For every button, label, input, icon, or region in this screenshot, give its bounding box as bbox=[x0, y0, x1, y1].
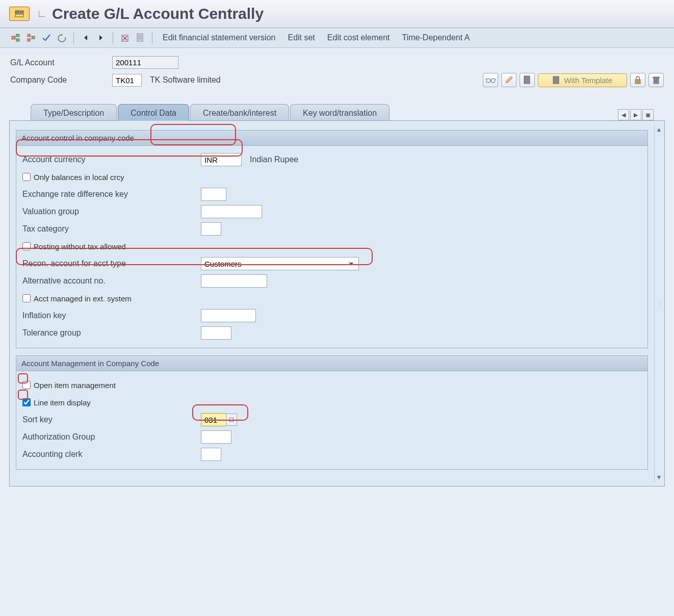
company-code-input[interactable] bbox=[112, 74, 142, 87]
svg-point-12 bbox=[491, 79, 495, 83]
scroll-grip-icon[interactable]: :: bbox=[659, 301, 660, 306]
gl-account-input[interactable] bbox=[112, 56, 178, 69]
recon-account-label: Recon. account for acct type bbox=[22, 259, 201, 268]
svg-rect-5 bbox=[16, 39, 19, 41]
recon-account-select[interactable]: Customers bbox=[201, 257, 359, 270]
tab-scroll-left-icon[interactable]: ◀ bbox=[618, 109, 629, 120]
tabs-row: Type/Description Control Data Create/ban… bbox=[0, 95, 674, 120]
auth-group-input[interactable] bbox=[201, 430, 231, 444]
glasses-icon[interactable] bbox=[483, 73, 498, 87]
tree2-icon[interactable] bbox=[24, 32, 38, 44]
menu-edit-fin-stmt[interactable]: Edit financial statement version bbox=[158, 31, 280, 44]
section-account-management-title: Account Management in Company Code bbox=[16, 356, 647, 371]
open-item-checkbox[interactable] bbox=[22, 381, 31, 389]
company-code-desc: TK Software limited bbox=[150, 75, 221, 85]
toolbar-separator bbox=[152, 32, 152, 43]
tab-control-data[interactable]: Control Data bbox=[118, 104, 189, 121]
gl-account-label: G/L Account bbox=[10, 58, 107, 67]
inflation-key-label: Inflation key bbox=[22, 311, 201, 320]
valuation-group-input[interactable] bbox=[201, 205, 262, 218]
auth-group-label: Authorization Group bbox=[22, 432, 201, 442]
svg-rect-6 bbox=[28, 34, 30, 37]
sort-key-f4-icon[interactable]: ☐ bbox=[226, 414, 237, 426]
tab-list-icon[interactable]: ▣ bbox=[642, 109, 654, 120]
alternative-account-input[interactable] bbox=[201, 274, 267, 288]
svg-rect-8 bbox=[32, 36, 35, 39]
tolerance-group-label: Tolerance group bbox=[22, 328, 201, 338]
svg-rect-15 bbox=[635, 80, 640, 84]
header-area: G/L Account Company Code TK Software lim… bbox=[0, 48, 674, 95]
next-icon[interactable] bbox=[94, 32, 108, 44]
scroll-bar[interactable]: ▲ :: ▼ bbox=[654, 124, 663, 483]
account-currency-label: Account currency bbox=[22, 155, 201, 164]
svg-rect-0 bbox=[15, 11, 19, 13]
section-account-management: Account Management in Company Code Open … bbox=[16, 355, 648, 470]
tab-scroll-right-icon[interactable]: ▶ bbox=[630, 109, 641, 120]
svg-rect-2 bbox=[15, 14, 23, 17]
with-template-label: With Template bbox=[564, 76, 612, 85]
toolbar: Edit financial statement version Edit se… bbox=[0, 28, 674, 48]
menu-edit-set[interactable]: Edit set bbox=[282, 31, 320, 44]
alternative-account-label: Alternative account no. bbox=[22, 276, 201, 286]
toolbar-separator bbox=[113, 32, 113, 43]
exchange-rate-label: Exchange rate difference key bbox=[22, 190, 201, 199]
title-dropdown-icon[interactable] bbox=[39, 11, 45, 17]
svg-rect-3 bbox=[12, 36, 15, 39]
svg-point-11 bbox=[486, 79, 490, 83]
lock-icon[interactable] bbox=[630, 73, 645, 87]
document-icon[interactable] bbox=[134, 32, 147, 44]
tab-body: ▲ :: ▼ Account control in company code A… bbox=[9, 120, 665, 486]
menu-edit-cost-element[interactable]: Edit cost element bbox=[322, 31, 395, 44]
open-item-label: Open item management bbox=[34, 381, 116, 390]
new-doc-icon[interactable] bbox=[520, 73, 535, 87]
acct-managed-ext-label: Acct managed in ext. system bbox=[34, 294, 132, 303]
sort-key-label: Sort key bbox=[22, 415, 201, 424]
tax-category-label: Tax category bbox=[22, 224, 201, 234]
tolerance-group-input[interactable] bbox=[201, 326, 231, 340]
back-icon[interactable] bbox=[55, 32, 68, 44]
trash-icon[interactable] bbox=[649, 73, 664, 87]
scroll-up-icon[interactable]: ▲ bbox=[656, 124, 662, 135]
tab-keyword-translation[interactable]: Key word/translation bbox=[290, 104, 390, 121]
posting-without-tax-checkbox[interactable] bbox=[22, 242, 31, 250]
title-bar: Create G/L Account Centrally bbox=[0, 0, 674, 28]
svg-rect-7 bbox=[28, 39, 30, 41]
line-item-checkbox[interactable] bbox=[22, 398, 31, 406]
svg-rect-4 bbox=[16, 34, 19, 37]
prev-icon[interactable] bbox=[79, 32, 92, 44]
checkmark-icon[interactable] bbox=[40, 32, 53, 44]
accounting-clerk-input[interactable] bbox=[201, 448, 221, 461]
page-title: Create G/L Account Centrally bbox=[52, 5, 264, 22]
sort-key-input[interactable] bbox=[201, 413, 226, 426]
transaction-icon[interactable] bbox=[9, 7, 30, 21]
trash-x-icon[interactable] bbox=[118, 32, 132, 44]
section-account-control-title: Account control in company code bbox=[16, 131, 647, 146]
accounting-clerk-label: Accounting clerk bbox=[22, 450, 201, 459]
inflation-key-input[interactable] bbox=[201, 309, 256, 322]
exchange-rate-input[interactable] bbox=[201, 188, 226, 201]
line-item-label: Line item display bbox=[34, 398, 91, 407]
only-balances-label: Only balances in local crcy bbox=[34, 173, 124, 182]
tax-category-input[interactable] bbox=[201, 222, 221, 236]
svg-rect-13 bbox=[524, 76, 530, 84]
svg-rect-17 bbox=[653, 77, 659, 78]
scroll-down-icon[interactable]: ▼ bbox=[656, 472, 662, 483]
posting-without-tax-label: Posting without tax allowed bbox=[34, 242, 126, 251]
section-account-control: Account control in company code Account … bbox=[16, 130, 648, 348]
svg-rect-14 bbox=[553, 76, 559, 84]
company-code-label: Company Code bbox=[10, 75, 107, 85]
with-template-button[interactable]: With Template bbox=[538, 73, 627, 87]
account-currency-desc: Indian Rupee bbox=[250, 155, 298, 164]
toolbar-separator bbox=[73, 32, 74, 43]
tree-icon[interactable] bbox=[9, 32, 22, 44]
menu-time-dependent[interactable]: Time-Dependent A bbox=[397, 31, 475, 44]
template-doc-icon bbox=[553, 76, 560, 84]
only-balances-checkbox[interactable] bbox=[22, 173, 31, 181]
tab-type-description[interactable]: Type/Description bbox=[31, 104, 117, 121]
acct-managed-ext-checkbox[interactable] bbox=[22, 294, 31, 302]
account-currency-input[interactable] bbox=[201, 153, 242, 166]
pencil-icon[interactable] bbox=[501, 73, 516, 87]
svg-rect-1 bbox=[20, 11, 23, 13]
valuation-group-label: Valuation group bbox=[22, 207, 201, 216]
tab-create-bank-interest[interactable]: Create/bank/interest bbox=[190, 104, 289, 121]
